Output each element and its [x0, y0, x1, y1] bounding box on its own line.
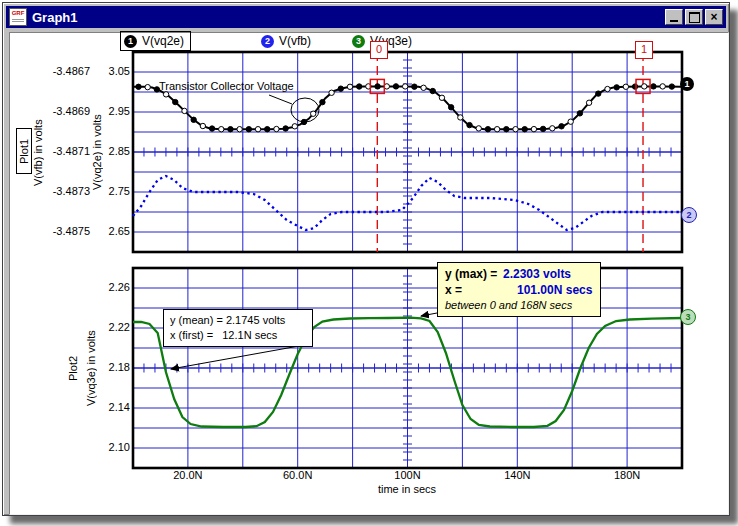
tick-label: -3.4875: [46, 225, 90, 237]
series-2-chip-icon: 2: [261, 35, 274, 48]
legend-label-vq2e: V(vq2e): [142, 34, 184, 48]
tick-label: -3.4867: [46, 65, 90, 77]
title-bar[interactable]: GRF Graph1 ×: [6, 6, 726, 28]
tick-label: 2.18: [102, 361, 130, 373]
tick-label: 60.0N: [273, 469, 323, 481]
mean-line1: y (mean) = 2.1745 volts: [170, 313, 306, 328]
maximize-icon: [689, 12, 700, 23]
curve-end-marker-3: 3: [680, 309, 696, 325]
tick-label: 2.95: [104, 105, 130, 117]
tick-label: 2.26: [102, 281, 130, 293]
curve-end-marker-2: 2: [681, 207, 697, 223]
tick-label: -3.4871: [46, 145, 90, 157]
cursor-1-flag[interactable]: 1: [635, 41, 653, 59]
mean-annotation-box[interactable]: y (mean) = 2.1745 volts x (first) = 12.1…: [163, 309, 313, 347]
plot2-name-label[interactable]: Plot2: [66, 320, 80, 416]
collector-annotation-label: Transistor Collector Voltage: [159, 80, 294, 92]
window-title: Graph1: [32, 10, 663, 25]
tick-label: -3.4869: [46, 105, 90, 117]
tick-label: 20.0N: [163, 469, 213, 481]
tick-label: 140N: [492, 469, 542, 481]
app-icon-label: GRF: [12, 10, 25, 16]
tick-label: 3.05: [104, 65, 130, 77]
max-row1-value: 2.2303 volts: [503, 266, 571, 282]
max-note: between 0 and 168N secs: [445, 298, 593, 313]
tick-label: 2.14: [102, 401, 130, 413]
max-annotation-box[interactable]: y (max) = 2.2303 volts x = 101.00N secs …: [437, 262, 601, 317]
max-row1-label: y (max) =: [445, 266, 503, 282]
close-button[interactable]: ×: [705, 9, 723, 25]
series-3-chip-icon: 3: [352, 35, 365, 48]
tick-label: 2.10: [102, 441, 130, 453]
collector-annotation-circle: [291, 98, 319, 122]
mean-line2: x (first) = 12.1N secs: [170, 328, 306, 343]
plot1-vq2e-axis-label: V(vq2e) in volts: [90, 105, 104, 200]
minimize-icon: [670, 20, 678, 22]
curve-end-marker-1: 1: [680, 77, 694, 91]
tick-label: 180N: [602, 469, 652, 481]
plot1-name-label[interactable]: Plot1: [16, 128, 32, 174]
legend-label-vfb: V(vfb): [279, 34, 311, 48]
close-icon: ×: [710, 12, 717, 22]
max-annotation-arrow: [421, 313, 437, 316]
maximize-button[interactable]: [685, 9, 703, 25]
series-1-chip-icon: 1: [124, 35, 137, 48]
tick-label: 2.65: [104, 225, 130, 237]
xaxis-title: time in secs: [357, 483, 457, 495]
app-icon: GRF: [9, 8, 27, 26]
max-row2-label: x =: [445, 282, 517, 298]
legend-item-vq2e[interactable]: 1 V(vq2e): [120, 31, 191, 51]
page: GRF Graph1 × 1 V(vq2e) 2 V(vfb) 3 V(vq3e…: [0, 0, 738, 526]
app-icon-line: [12, 19, 24, 20]
tick-label: 2.85: [104, 145, 130, 157]
tick-label: 2.22: [102, 321, 130, 333]
max-row2-value: 101.00N secs: [517, 282, 592, 298]
minimize-button[interactable]: [665, 9, 683, 25]
tick-label: -3.4873: [46, 185, 90, 197]
tick-label: 100N: [383, 469, 433, 481]
cursor-0-flag[interactable]: 0: [370, 41, 388, 59]
plot2-vq3e-axis-label: V(vq3e) in volts: [84, 320, 98, 416]
tick-label: 2.75: [104, 185, 130, 197]
legend-item-vfb[interactable]: 2 V(vfb): [258, 32, 317, 50]
app-icon-line: [12, 21, 24, 22]
plot1-vfb-axis-label: V(vfb) in volts: [31, 105, 45, 200]
plot1-area[interactable]: Transistor Collector Voltage: [133, 52, 682, 252]
